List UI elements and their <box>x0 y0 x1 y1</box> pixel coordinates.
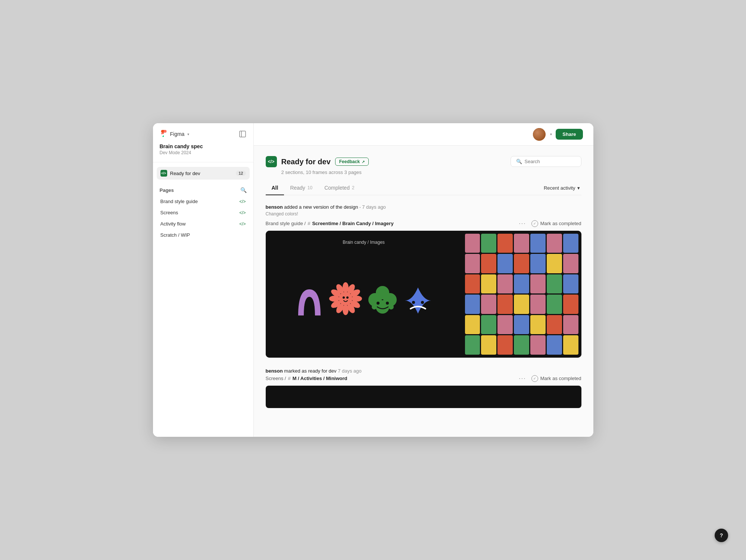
path-bold: Screentime / Brain Candy / Imagery <box>312 221 393 226</box>
svg-point-23 <box>372 304 377 309</box>
check-circle-icon: ✓ <box>531 220 538 227</box>
color-cell <box>563 295 578 314</box>
recent-activity-label: Recent activity <box>544 185 575 191</box>
page-dev-icon: </> <box>239 221 246 227</box>
mark-complete-button[interactable]: ✓ Mark as completed <box>531 220 581 227</box>
color-cell <box>481 254 496 273</box>
mark-complete-label: Mark as completed <box>540 221 581 226</box>
main-content: ▾ Share </> Ready for dev Feedback ↗ 2 s… <box>254 123 593 437</box>
color-grid <box>462 231 581 358</box>
more-options-button[interactable]: ··· <box>519 220 526 227</box>
color-cell <box>497 234 513 253</box>
activity-item: benson marked as ready for dev 7 days ag… <box>266 368 581 408</box>
tab-completed-count: 2 <box>352 185 355 190</box>
activity-action: marked as ready for dev <box>284 368 338 374</box>
content-subtitle: 2 sections, 10 frames across 3 pages <box>281 169 369 175</box>
color-cell <box>497 254 513 273</box>
color-cell <box>530 335 546 355</box>
color-cell <box>547 274 562 294</box>
svg-point-26 <box>386 302 389 305</box>
search-box[interactable]: 🔍 <box>511 156 581 167</box>
sidebar-item-scratch-wip[interactable]: Scratch / WIP <box>157 230 250 240</box>
activity-user: benson <box>266 204 283 210</box>
activity-item: benson added a new version of the design… <box>266 204 581 358</box>
flower-shape <box>329 282 362 315</box>
svg-point-28 <box>421 301 424 304</box>
color-cell <box>465 234 480 253</box>
activity-action: added a new version of the design · <box>284 204 362 210</box>
tab-all[interactable]: All <box>266 181 284 195</box>
pages-search-icon[interactable]: 🔍 <box>240 187 247 193</box>
external-link-icon: ↗ <box>362 160 365 164</box>
color-cell <box>563 315 578 335</box>
tab-all-label: All <box>272 185 278 191</box>
logo-chevron-icon: ▾ <box>187 132 189 136</box>
tab-completed[interactable]: Completed 2 <box>318 181 360 195</box>
activity-time: 7 days ago <box>362 204 386 210</box>
color-cell <box>465 335 480 355</box>
preview-left: Brain candy / Images <box>266 231 462 358</box>
search-input[interactable] <box>525 159 573 164</box>
content-dev-icon: </> <box>266 156 277 167</box>
svg-point-17 <box>343 296 345 299</box>
color-cell <box>563 234 578 253</box>
color-cell <box>530 274 546 294</box>
user-avatar[interactable] <box>533 128 546 141</box>
pages-header: Pages 🔍 <box>157 187 250 196</box>
svg-point-25 <box>377 302 380 305</box>
color-cell <box>481 274 496 294</box>
topbar-right: ▾ Share <box>533 128 583 141</box>
help-button[interactable]: ? <box>715 529 728 542</box>
sidebar-item-brand-style-guide[interactable]: Brand style guide </> <box>157 196 250 207</box>
sidebar-item-activity-flow[interactable]: Activity flow </> <box>157 218 250 229</box>
figma-icon <box>160 130 168 138</box>
color-cell <box>514 335 529 355</box>
avatar-chevron-icon[interactable]: ▾ <box>550 132 552 136</box>
preview-label: Brain candy / Images <box>343 240 385 245</box>
color-cell <box>530 234 546 253</box>
recent-activity-dropdown[interactable]: Recent activity ▾ <box>542 183 581 193</box>
svg-rect-0 <box>240 131 246 137</box>
panel-toggle-icon[interactable] <box>238 130 247 138</box>
sidebar-item-ready-for-dev[interactable]: </> Ready for dev 12 <box>157 167 250 180</box>
project-subtitle: Dev Mode 2024 <box>160 150 247 155</box>
activity-path: Brand style guide / # Screentime / Brain… <box>266 221 394 226</box>
share-button[interactable]: Share <box>556 129 583 140</box>
sidebar-nav-label: Ready for dev <box>170 171 200 176</box>
topbar: ▾ Share <box>254 123 593 146</box>
sidebar-item-screens[interactable]: Screens </> <box>157 207 250 218</box>
project-title: Brain candy spec <box>160 143 247 149</box>
title-section: </> Ready for dev Feedback ↗ 2 sections,… <box>266 156 369 175</box>
page-dev-icon: </> <box>239 199 246 204</box>
sidebar-badge: 12 <box>236 171 246 176</box>
content-header: </> Ready for dev Feedback ↗ 2 sections,… <box>266 156 581 175</box>
page-label: Screens <box>160 210 178 215</box>
hash-icon: # <box>308 221 310 226</box>
color-cell <box>530 254 546 273</box>
svg-point-18 <box>346 296 349 299</box>
color-cell <box>497 274 513 294</box>
pages-section: Pages 🔍 Brand style guide </> Screens </… <box>153 180 253 241</box>
search-icon: 🔍 <box>516 159 522 164</box>
recent-activity-chevron-icon: ▾ <box>577 185 580 191</box>
tab-ready[interactable]: Ready 10 <box>284 181 318 195</box>
dev-mode-icon: </> <box>160 170 167 177</box>
activity-path: Screens / # M / Activities / Miniword <box>266 376 347 381</box>
color-cell <box>465 274 480 294</box>
color-cell <box>563 274 578 294</box>
path-prefix: Brand style guide / <box>266 221 306 226</box>
activity-actions: ··· ✓ Mark as completed <box>519 375 581 382</box>
check-circle-icon: ✓ <box>531 375 538 382</box>
more-options-button[interactable]: ··· <box>519 375 526 382</box>
svg-point-27 <box>412 301 415 304</box>
mark-complete-button[interactable]: ✓ Mark as completed <box>531 375 581 382</box>
activity-change: Changed colors! <box>266 211 581 217</box>
color-cell <box>547 254 562 273</box>
arch-shape <box>294 282 324 315</box>
color-cell <box>547 335 562 355</box>
tab-completed-label: Completed <box>324 185 350 191</box>
feedback-badge[interactable]: Feedback ↗ <box>335 158 369 166</box>
sidebar-logo[interactable]: Figma ▾ <box>160 130 190 138</box>
tab-ready-count: 10 <box>308 185 312 190</box>
color-cell <box>481 295 496 314</box>
